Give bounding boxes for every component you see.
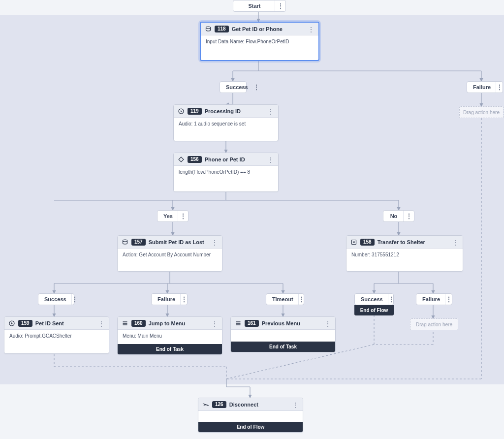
node-body: Number: 3175551212 bbox=[346, 249, 463, 271]
branch-label: Success bbox=[38, 296, 71, 302]
branch-failure-157[interactable]: Failure bbox=[151, 293, 188, 305]
start-menu[interactable] bbox=[275, 0, 285, 11]
branch-yes[interactable]: Yes bbox=[157, 210, 189, 222]
svg-point-43 bbox=[123, 240, 127, 242]
decision-icon bbox=[178, 156, 185, 163]
start-node[interactable]: Start bbox=[233, 0, 286, 12]
branch-menu[interactable] bbox=[445, 294, 452, 305]
dropzone-failure-158[interactable]: Drag action here bbox=[410, 318, 458, 330]
node-id-badge: 159 bbox=[18, 320, 32, 327]
more-icon bbox=[98, 319, 104, 328]
node-title: Transfer to Shelter bbox=[378, 239, 448, 245]
svg-rect-42 bbox=[179, 157, 184, 162]
node-126-disconnect[interactable]: 126 Disconnect End of Flow bbox=[198, 398, 303, 433]
node-159-pet-id-sent[interactable]: 159 Pet ID Sent Audio: Prompt.GCACShelte… bbox=[4, 316, 109, 354]
node-body: Action: Get Account By Account Number bbox=[118, 249, 222, 271]
menu-icon bbox=[122, 320, 128, 327]
branch-label: Failure bbox=[152, 296, 180, 302]
branch-timeout-157[interactable]: Timeout bbox=[266, 293, 304, 305]
branch-menu[interactable] bbox=[180, 294, 187, 305]
more-icon bbox=[406, 213, 412, 219]
more-icon bbox=[452, 238, 458, 247]
node-id-badge: 156 bbox=[188, 156, 202, 163]
branch-label: Success bbox=[220, 84, 253, 90]
node-menu[interactable] bbox=[451, 238, 460, 247]
more-icon bbox=[308, 25, 314, 33]
node-id-badge: 158 bbox=[360, 239, 375, 246]
end-of-flow-footer: End of Flow bbox=[198, 422, 303, 432]
branch-menu[interactable] bbox=[71, 294, 78, 305]
node-161-previous-menu[interactable]: 161 Previous Menu End of Task bbox=[230, 316, 336, 352]
node-body: Menu: Main Menu bbox=[118, 330, 222, 344]
node-118-get-pet-id-or-phone[interactable]: 118 Get Pet ID or Phone Input Data Name:… bbox=[200, 22, 319, 61]
node-156-phone-or-pet-id[interactable]: 156 Phone or Pet ID length(Flow.PhoneOrP… bbox=[173, 153, 279, 192]
node-menu[interactable] bbox=[210, 319, 219, 328]
end-of-task-footer: End of Task bbox=[118, 344, 222, 354]
more-icon bbox=[180, 213, 186, 219]
dropzone-label: Drag action here bbox=[416, 322, 452, 327]
svg-point-40 bbox=[206, 27, 211, 29]
menu-icon bbox=[235, 320, 242, 327]
node-160-jump-to-menu[interactable]: 160 Jump to Menu Menu: Main Menu End of … bbox=[117, 316, 222, 355]
dropzone-failure-118[interactable]: Drag action here bbox=[459, 106, 504, 118]
branch-menu[interactable] bbox=[253, 82, 259, 93]
branch-label: Failure bbox=[416, 296, 445, 302]
more-icon bbox=[299, 296, 305, 302]
more-icon bbox=[268, 155, 274, 164]
branch-label: Failure bbox=[467, 84, 496, 90]
more-icon bbox=[446, 296, 452, 302]
node-id-badge: 157 bbox=[131, 239, 146, 246]
node-title: Processing ID bbox=[205, 108, 263, 114]
more-icon bbox=[268, 107, 274, 116]
node-body: Input Data Name: Flow.PhoneOrPetID bbox=[201, 35, 318, 60]
dropzone-label: Drag action here bbox=[463, 110, 500, 115]
node-body bbox=[198, 411, 303, 422]
end-of-task-footer: End of Task bbox=[231, 342, 335, 352]
branch-menu[interactable] bbox=[403, 211, 414, 221]
node-menu[interactable] bbox=[266, 155, 275, 164]
node-119-processing-id[interactable]: 119 Processing ID Audio: 1 audio sequenc… bbox=[173, 104, 279, 141]
more-icon bbox=[278, 3, 284, 9]
more-icon bbox=[72, 296, 78, 302]
branch-failure-118[interactable]: Failure bbox=[467, 81, 503, 93]
node-menu[interactable] bbox=[210, 238, 219, 247]
more-icon bbox=[253, 84, 259, 90]
node-body bbox=[231, 330, 335, 342]
node-menu[interactable] bbox=[266, 107, 275, 116]
node-id-badge: 161 bbox=[245, 320, 259, 327]
node-id-badge: 119 bbox=[188, 108, 202, 115]
more-icon bbox=[497, 84, 503, 90]
transfer-icon bbox=[350, 239, 357, 246]
more-icon bbox=[388, 296, 394, 302]
branch-menu[interactable] bbox=[178, 211, 188, 221]
branch-label: Timeout bbox=[266, 296, 298, 302]
branch-label: Success bbox=[355, 296, 388, 302]
branch-menu[interactable] bbox=[388, 294, 394, 305]
node-id-badge: 160 bbox=[131, 320, 146, 327]
node-title: Pet ID Sent bbox=[35, 320, 94, 326]
node-158-transfer-to-shelter[interactable]: 158 Transfer to Shelter Number: 31755512… bbox=[346, 235, 463, 272]
node-title: Previous Menu bbox=[262, 320, 320, 326]
branch-no[interactable]: No bbox=[383, 210, 414, 222]
branch-menu[interactable] bbox=[298, 294, 305, 305]
branch-menu[interactable] bbox=[496, 82, 503, 93]
node-body: Audio: 1 audio sequence is set bbox=[174, 118, 278, 141]
node-title: Submit Pet ID as Lost bbox=[149, 239, 207, 245]
node-menu[interactable] bbox=[97, 319, 106, 328]
more-icon bbox=[181, 296, 187, 302]
branch-success-158[interactable]: Success bbox=[354, 293, 394, 305]
node-menu[interactable] bbox=[323, 319, 332, 328]
branch-success-118[interactable]: Success bbox=[220, 81, 247, 93]
branch-success-157[interactable]: Success bbox=[38, 293, 74, 305]
node-body: length(Flow.PhoneOrPetID) == 8 bbox=[174, 166, 278, 191]
more-icon bbox=[212, 319, 218, 328]
node-id-badge: 118 bbox=[215, 26, 229, 32]
node-menu[interactable] bbox=[291, 400, 300, 409]
branch-label: No bbox=[383, 213, 403, 219]
start-label: Start bbox=[233, 3, 275, 9]
more-icon bbox=[292, 400, 298, 409]
node-menu[interactable] bbox=[307, 25, 315, 33]
node-157-submit-pet-id-as-lost[interactable]: 157 Submit Pet ID as Lost Action: Get Ac… bbox=[117, 235, 222, 272]
node-id-badge: 126 bbox=[212, 401, 226, 408]
branch-failure-158[interactable]: Failure bbox=[416, 293, 452, 305]
